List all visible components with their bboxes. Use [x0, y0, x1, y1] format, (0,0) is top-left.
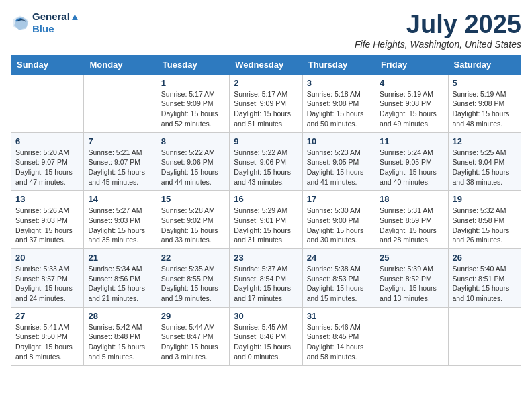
- day-detail: Sunrise: 5:28 AM Sunset: 9:02 PM Dayligh…: [161, 205, 225, 245]
- calendar-cell: 13Sunrise: 5:26 AM Sunset: 9:03 PM Dayli…: [11, 191, 84, 249]
- day-detail: Sunrise: 5:25 AM Sunset: 9:04 PM Dayligh…: [453, 148, 517, 187]
- day-number: 5: [453, 78, 517, 88]
- title-area: July 2025 Fife Heights, Washington, Unit…: [355, 11, 521, 50]
- day-detail: Sunrise: 5:24 AM Sunset: 9:05 PM Dayligh…: [380, 148, 443, 187]
- calendar-cell: 30Sunrise: 5:45 AM Sunset: 8:46 PM Dayli…: [230, 307, 302, 365]
- day-detail: Sunrise: 5:33 AM Sunset: 8:57 PM Dayligh…: [15, 264, 79, 304]
- day-number: 19: [453, 194, 517, 204]
- calendar-cell: 20Sunrise: 5:33 AM Sunset: 8:57 PM Dayli…: [11, 249, 84, 308]
- calendar-cell: 21Sunrise: 5:34 AM Sunset: 8:56 PM Dayli…: [84, 249, 157, 308]
- calendar-cell: 18Sunrise: 5:31 AM Sunset: 8:59 PM Dayli…: [375, 191, 448, 249]
- day-number: 10: [307, 136, 371, 146]
- day-header-wednesday: Wednesday: [230, 55, 302, 74]
- calendar-week-4: 20Sunrise: 5:33 AM Sunset: 8:57 PM Dayli…: [11, 249, 521, 308]
- day-number: 6: [15, 136, 79, 146]
- day-detail: Sunrise: 5:20 AM Sunset: 9:07 PM Dayligh…: [15, 148, 79, 187]
- calendar-cell: 11Sunrise: 5:24 AM Sunset: 9:05 PM Dayli…: [375, 132, 448, 191]
- day-detail: Sunrise: 5:19 AM Sunset: 9:08 PM Dayligh…: [380, 89, 443, 129]
- day-number: 27: [15, 311, 79, 321]
- day-number: 16: [234, 194, 298, 204]
- calendar-table: SundayMondayTuesdayWednesdayThursdayFrid…: [11, 55, 521, 366]
- day-detail: Sunrise: 5:37 AM Sunset: 8:54 PM Dayligh…: [234, 264, 298, 304]
- day-header-sunday: Sunday: [11, 55, 84, 74]
- day-number: 8: [161, 136, 225, 146]
- calendar-week-5: 27Sunrise: 5:41 AM Sunset: 8:50 PM Dayli…: [11, 307, 521, 365]
- calendar-cell: 2Sunrise: 5:17 AM Sunset: 9:09 PM Daylig…: [230, 74, 302, 132]
- day-detail: Sunrise: 5:31 AM Sunset: 8:59 PM Dayligh…: [380, 205, 443, 245]
- day-number: 14: [88, 194, 152, 204]
- calendar-cell: 22Sunrise: 5:35 AM Sunset: 8:55 PM Dayli…: [157, 249, 229, 308]
- calendar-cell: 9Sunrise: 5:22 AM Sunset: 9:06 PM Daylig…: [230, 132, 302, 191]
- day-detail: Sunrise: 5:45 AM Sunset: 8:46 PM Dayligh…: [234, 322, 298, 362]
- day-number: 29: [161, 311, 225, 321]
- calendar-cell: [11, 74, 84, 132]
- day-number: 21: [88, 253, 152, 263]
- day-detail: Sunrise: 5:38 AM Sunset: 8:53 PM Dayligh…: [307, 264, 371, 304]
- calendar-cell: 29Sunrise: 5:44 AM Sunset: 8:47 PM Dayli…: [157, 307, 229, 365]
- day-number: 12: [453, 136, 517, 146]
- day-number: 22: [161, 253, 225, 263]
- calendar-cell: 14Sunrise: 5:27 AM Sunset: 9:03 PM Dayli…: [84, 191, 157, 249]
- day-detail: Sunrise: 5:30 AM Sunset: 9:00 PM Dayligh…: [307, 205, 371, 245]
- day-detail: Sunrise: 5:35 AM Sunset: 8:55 PM Dayligh…: [161, 264, 225, 304]
- day-number: 18: [380, 194, 443, 204]
- day-detail: Sunrise: 5:23 AM Sunset: 9:05 PM Dayligh…: [307, 148, 371, 187]
- day-number: 28: [88, 311, 152, 321]
- day-number: 24: [307, 253, 371, 263]
- calendar-cell: 10Sunrise: 5:23 AM Sunset: 9:05 PM Dayli…: [302, 132, 375, 191]
- calendar-cell: [84, 74, 157, 132]
- day-header-thursday: Thursday: [302, 55, 375, 74]
- day-number: 11: [380, 136, 443, 146]
- day-detail: Sunrise: 5:39 AM Sunset: 8:52 PM Dayligh…: [380, 264, 443, 304]
- day-number: 25: [380, 253, 443, 263]
- calendar-cell: 27Sunrise: 5:41 AM Sunset: 8:50 PM Dayli…: [11, 307, 84, 365]
- calendar-cell: 26Sunrise: 5:40 AM Sunset: 8:51 PM Dayli…: [448, 249, 521, 308]
- calendar-cell: 19Sunrise: 5:32 AM Sunset: 8:58 PM Dayli…: [448, 191, 521, 249]
- calendar-week-1: 1Sunrise: 5:17 AM Sunset: 9:09 PM Daylig…: [11, 74, 521, 132]
- day-number: 4: [380, 78, 443, 88]
- day-detail: Sunrise: 5:46 AM Sunset: 8:45 PM Dayligh…: [307, 322, 371, 362]
- day-number: 7: [88, 136, 152, 146]
- day-number: 30: [234, 311, 298, 321]
- day-detail: Sunrise: 5:29 AM Sunset: 9:01 PM Dayligh…: [234, 205, 298, 245]
- day-detail: Sunrise: 5:26 AM Sunset: 9:03 PM Dayligh…: [15, 205, 79, 245]
- day-detail: Sunrise: 5:34 AM Sunset: 8:56 PM Dayligh…: [88, 264, 152, 304]
- day-detail: Sunrise: 5:40 AM Sunset: 8:51 PM Dayligh…: [453, 264, 517, 304]
- day-header-saturday: Saturday: [448, 55, 521, 74]
- calendar-cell: 5Sunrise: 5:19 AM Sunset: 9:08 PM Daylig…: [448, 74, 521, 132]
- day-number: 9: [234, 136, 298, 146]
- day-number: 3: [307, 78, 371, 88]
- calendar-cell: 25Sunrise: 5:39 AM Sunset: 8:52 PM Dayli…: [375, 249, 448, 308]
- day-detail: Sunrise: 5:44 AM Sunset: 8:47 PM Dayligh…: [161, 322, 225, 362]
- day-detail: Sunrise: 5:18 AM Sunset: 9:08 PM Dayligh…: [307, 89, 371, 129]
- day-number: 23: [234, 253, 298, 263]
- page-header: General▲ Blue July 2025 Fife Heights, Wa…: [11, 11, 521, 50]
- calendar-cell: 23Sunrise: 5:37 AM Sunset: 8:54 PM Dayli…: [230, 249, 302, 308]
- day-detail: Sunrise: 5:41 AM Sunset: 8:50 PM Dayligh…: [15, 322, 79, 362]
- day-number: 1: [161, 78, 225, 88]
- calendar-cell: 1Sunrise: 5:17 AM Sunset: 9:09 PM Daylig…: [157, 74, 229, 132]
- logo-text: General▲ Blue: [32, 11, 80, 35]
- month-title: July 2025: [355, 11, 521, 39]
- calendar-week-3: 13Sunrise: 5:26 AM Sunset: 9:03 PM Dayli…: [11, 191, 521, 249]
- calendar-cell: 6Sunrise: 5:20 AM Sunset: 9:07 PM Daylig…: [11, 132, 84, 191]
- day-number: 26: [453, 253, 517, 263]
- day-header-tuesday: Tuesday: [157, 55, 229, 74]
- calendar-cell: 17Sunrise: 5:30 AM Sunset: 9:00 PM Dayli…: [302, 191, 375, 249]
- calendar-cell: [448, 307, 521, 365]
- calendar-cell: 28Sunrise: 5:42 AM Sunset: 8:48 PM Dayli…: [84, 307, 157, 365]
- calendar-cell: 3Sunrise: 5:18 AM Sunset: 9:08 PM Daylig…: [302, 74, 375, 132]
- day-detail: Sunrise: 5:32 AM Sunset: 8:58 PM Dayligh…: [453, 205, 517, 245]
- day-header-friday: Friday: [375, 55, 448, 74]
- day-detail: Sunrise: 5:42 AM Sunset: 8:48 PM Dayligh…: [88, 322, 152, 362]
- day-number: 13: [15, 194, 79, 204]
- day-detail: Sunrise: 5:27 AM Sunset: 9:03 PM Dayligh…: [88, 205, 152, 245]
- day-detail: Sunrise: 5:22 AM Sunset: 9:06 PM Dayligh…: [161, 148, 225, 187]
- day-detail: Sunrise: 5:22 AM Sunset: 9:06 PM Dayligh…: [234, 148, 298, 187]
- calendar-cell: 7Sunrise: 5:21 AM Sunset: 9:07 PM Daylig…: [84, 132, 157, 191]
- calendar-cell: 31Sunrise: 5:46 AM Sunset: 8:45 PM Dayli…: [302, 307, 375, 365]
- logo-icon: [11, 13, 30, 32]
- calendar-cell: [375, 307, 448, 365]
- calendar-header-row: SundayMondayTuesdayWednesdayThursdayFrid…: [11, 55, 521, 74]
- day-detail: Sunrise: 5:21 AM Sunset: 9:07 PM Dayligh…: [88, 148, 152, 187]
